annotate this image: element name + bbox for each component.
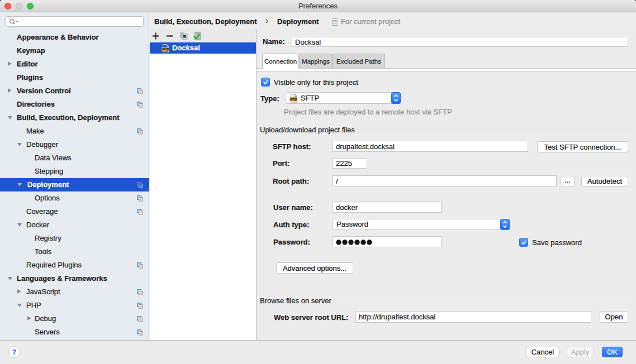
- svg-text:sftp: sftp: [162, 46, 169, 51]
- svg-text:sftp: sftp: [290, 97, 297, 102]
